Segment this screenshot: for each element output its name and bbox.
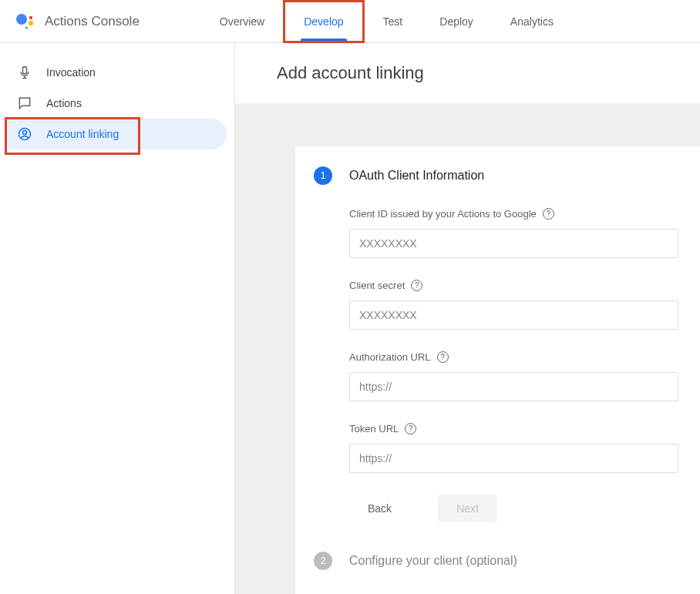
sidebar-item-actions[interactable]: Actions	[6, 88, 227, 119]
person-icon	[17, 126, 32, 142]
sidebar-item-account-linking[interactable]: Account linking	[6, 119, 227, 149]
tab-analytics[interactable]: Analytics	[492, 0, 572, 43]
help-icon[interactable]: ?	[411, 280, 422, 291]
back-button[interactable]: Back	[349, 495, 410, 522]
app-header: Actions Console Overview Develop Test De…	[0, 0, 700, 43]
next-button[interactable]: Next	[438, 495, 497, 522]
tab-overview[interactable]: Overview	[201, 0, 283, 43]
svg-rect-4	[23, 67, 27, 74]
field-client-secret: Client secret ?	[349, 280, 678, 330]
sidebar: Invocation Actions Account linking	[0, 43, 235, 594]
auth-url-input[interactable]	[349, 372, 678, 401]
field-token-url: Token URL ?	[349, 423, 678, 473]
tab-deploy[interactable]: Deploy	[421, 0, 492, 43]
token-url-input[interactable]	[349, 444, 678, 473]
tab-develop[interactable]: Develop	[283, 0, 364, 43]
page-title: Add account linking	[235, 43, 700, 103]
sidebar-item-label: Actions	[46, 97, 82, 109]
step-number-2: 2	[314, 552, 332, 570]
svg-point-3	[25, 26, 28, 29]
sidebar-item-label: Invocation	[46, 66, 96, 79]
header-tabs: Overview Develop Test Deploy Analytics	[201, 0, 572, 43]
sidebar-item-label: Account linking	[46, 128, 119, 140]
form-card: 1 OAuth Client Information Client ID iss…	[295, 146, 700, 594]
help-icon[interactable]: ?	[437, 351, 449, 363]
step-number-1: 1	[314, 166, 332, 185]
logo: Actions Console	[15, 12, 140, 31]
mic-icon	[17, 65, 32, 80]
help-icon[interactable]: ?	[405, 423, 416, 435]
help-icon[interactable]: ?	[543, 208, 554, 220]
field-auth-url: Authorization URL ?	[349, 351, 678, 401]
svg-point-6	[23, 130, 27, 134]
tab-test[interactable]: Test	[365, 0, 422, 43]
app-title: Actions Console	[45, 14, 140, 29]
client-secret-input[interactable]	[349, 300, 678, 330]
svg-point-0	[16, 14, 27, 25]
chat-icon	[17, 96, 32, 111]
svg-point-2	[29, 20, 33, 25]
assistant-logo-icon	[15, 12, 34, 31]
client-id-input[interactable]	[349, 229, 678, 258]
step-1-title: OAuth Client Information	[349, 166, 678, 185]
step-2-title: Configure your client (optional)	[349, 552, 678, 570]
sidebar-item-invocation[interactable]: Invocation	[6, 57, 227, 88]
main-content: Add account linking 1 OAuth Client Infor…	[235, 43, 700, 594]
svg-point-1	[29, 15, 32, 18]
field-client-id: Client ID issued by your Actions to Goog…	[349, 208, 678, 258]
